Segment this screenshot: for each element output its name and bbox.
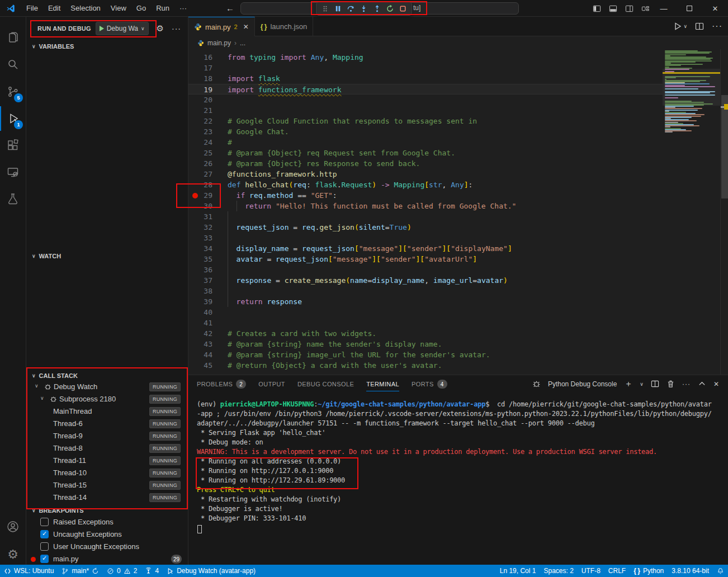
code-line-34[interactable]: 34display_name = request_json["message"]…: [188, 243, 663, 254]
scrollbar-thumb[interactable]: [721, 95, 728, 198]
call-stack-row[interactable]: Thread-8RUNNING: [26, 442, 188, 455]
split-terminal-icon[interactable]: [651, 380, 659, 388]
drag-handle-icon[interactable]: [321, 4, 329, 13]
code-line-36[interactable]: 36: [188, 264, 663, 275]
maximize-panel-icon[interactable]: [698, 380, 706, 388]
explorer-icon[interactable]: [0, 26, 26, 50]
watch-section-header[interactable]: ∨ WATCH: [26, 250, 188, 262]
minimize-button[interactable]: —: [651, 0, 677, 17]
toggle-secondary-sidebar-icon[interactable]: [625, 4, 634, 13]
code-line-41[interactable]: 41: [188, 318, 663, 328]
step-into-icon[interactable]: [360, 4, 368, 13]
code-line-21[interactable]: 21: [188, 105, 663, 116]
menu-view[interactable]: View: [106, 0, 131, 17]
panel-tab-problems[interactable]: PROBLEMS2: [197, 380, 246, 392]
panel-tab-terminal[interactable]: TERMINAL: [366, 381, 399, 391]
code-line-29[interactable]: 29if req.method == "GET":: [188, 190, 663, 201]
toggle-sidebar-icon[interactable]: [593, 4, 601, 13]
search-icon[interactable]: [0, 52, 26, 77]
code-line-22[interactable]: 22# Google Cloud Function that responds …: [188, 116, 663, 126]
breakpoint-checkbox[interactable]: [40, 555, 49, 563]
code-editor[interactable]: 16from typing import Any, Mapping1718imp…: [188, 49, 663, 375]
problems-item[interactable]: 0 2: [103, 565, 141, 577]
code-line-44[interactable]: 44# @param {string} image_url the URL fo…: [188, 349, 663, 360]
code-line-25[interactable]: 25# @param {Object} req Request sent fro…: [188, 148, 663, 158]
eol-item[interactable]: CRLF: [604, 565, 630, 577]
breakpoint-checkbox[interactable]: [40, 530, 49, 538]
code-line-30[interactable]: 30return "Hello! This function must be c…: [188, 201, 663, 211]
code-line-26[interactable]: 26# @param {Object} res Response to send…: [188, 158, 663, 169]
start-debug-icon[interactable]: [100, 26, 104, 31]
code-line-33[interactable]: 33: [188, 233, 663, 243]
breakpoint-row[interactable]: Uncaught Exceptions: [26, 528, 188, 541]
code-line-43[interactable]: 43# @param {string} name the sender's di…: [188, 339, 663, 349]
settings-gear-icon[interactable]: ⚙: [0, 542, 26, 567]
tab-launch-json[interactable]: { } launch.json: [255, 17, 314, 36]
breadcrumb-more[interactable]: ...: [240, 39, 245, 47]
menu-file[interactable]: File: [21, 0, 43, 17]
terminal-output[interactable]: (env) pierrick@LAPTOP-HKU5PNNG:~/git/goo…: [197, 400, 722, 562]
toggle-panel-icon[interactable]: [609, 4, 617, 13]
nav-back-icon[interactable]: ←: [221, 3, 239, 13]
code-line-19[interactable]: 19import functions_framework: [188, 84, 663, 94]
code-line-18[interactable]: 18import flask: [188, 73, 663, 84]
code-line-16[interactable]: 16from typing import Any, Mapping: [188, 52, 663, 63]
code-line-17[interactable]: 17: [188, 63, 663, 73]
call-stack-row[interactable]: Thread-10RUNNING: [26, 467, 188, 479]
panel-tab-ports[interactable]: PORTS4: [412, 380, 447, 392]
code-line-39[interactable]: 39return response: [188, 296, 663, 307]
git-branch-item[interactable]: main*: [58, 565, 103, 577]
menu-moremoremore[interactable]: ···: [174, 0, 192, 17]
call-stack-row[interactable]: MainThreadRUNNING: [26, 405, 188, 418]
call-stack-row[interactable]: Thread-14RUNNING: [26, 491, 188, 504]
python-interpreter-item[interactable]: 3.8.10 64-bit: [668, 565, 713, 577]
step-out-icon[interactable]: [373, 4, 381, 13]
maximize-button[interactable]: [677, 0, 702, 17]
code-line-24[interactable]: 24#: [188, 137, 663, 148]
sidebar-more-icon[interactable]: ···: [172, 24, 181, 33]
panel-more-icon[interactable]: ···: [682, 380, 691, 388]
accounts-icon[interactable]: [0, 514, 26, 539]
code-line-20[interactable]: 20: [188, 94, 663, 105]
panel-tab-output[interactable]: OUTPUT: [258, 381, 285, 391]
debug-status-item[interactable]: Debug Watch (avatar-app): [163, 565, 259, 577]
debug-settings-gear-icon[interactable]: ⚙: [157, 23, 164, 34]
customize-layout-icon[interactable]: [641, 4, 650, 13]
call-stack-row[interactable]: Thread-15RUNNING: [26, 479, 188, 491]
extensions-icon[interactable]: [0, 133, 26, 158]
breakpoint-row[interactable]: User Uncaught Exceptions: [26, 541, 188, 553]
remote-indicator[interactable]: WSL: Ubuntu: [0, 565, 58, 577]
menu-selection[interactable]: Selection: [65, 0, 105, 17]
breadcrumb[interactable]: main.py › ...: [188, 36, 663, 49]
cursor-position-item[interactable]: Ln 19, Col 1: [496, 565, 540, 577]
source-control-icon[interactable]: 5: [0, 79, 26, 104]
terminal-name-label[interactable]: Python Debug Console: [548, 380, 617, 388]
launch-config-dropdown[interactable]: Debug Wa ∨: [96, 22, 149, 35]
run-python-file-button[interactable]: ∨: [673, 22, 687, 31]
code-line-27[interactable]: 27@functions_framework.http: [188, 169, 663, 179]
code-line-37[interactable]: 37response = create_message(name=display…: [188, 275, 663, 286]
chevron-down-icon[interactable]: ∨: [683, 23, 687, 29]
remote-explorer-icon[interactable]: [0, 160, 26, 185]
encoding-item[interactable]: UTF-8: [578, 565, 604, 577]
new-terminal-icon[interactable]: ＋: [624, 379, 632, 389]
code-line-35[interactable]: 35avatar = request_json["message"]["send…: [188, 254, 663, 264]
call-stack-row[interactable]: ∨Debug WatchRUNNING: [26, 381, 188, 393]
menu-go[interactable]: Go: [131, 0, 151, 17]
code-line-38[interactable]: 38: [188, 286, 663, 296]
step-over-icon[interactable]: [347, 4, 355, 13]
breadcrumb-file[interactable]: main.py: [207, 39, 231, 47]
code-line-31[interactable]: 31: [188, 211, 663, 222]
menu-run[interactable]: Run: [151, 0, 174, 17]
stop-icon[interactable]: [399, 4, 407, 13]
pause-icon[interactable]: [334, 4, 342, 13]
tab-main-py[interactable]: main.py 2 ✕: [188, 17, 255, 36]
split-editor-icon[interactable]: [695, 22, 704, 31]
restart-icon[interactable]: [386, 4, 394, 13]
minimap[interactable]: [663, 49, 720, 375]
editor-more-icon[interactable]: ···: [712, 21, 722, 31]
breakpoint-row[interactable]: main.py29: [26, 553, 188, 565]
variables-section-header[interactable]: ∨ VARIABLES: [26, 41, 188, 52]
code-line-45[interactable]: 45# @return {Object} a card with the use…: [188, 360, 663, 371]
code-line-28[interactable]: 28def hello_chat(req: flask.Request) -> …: [188, 179, 663, 190]
